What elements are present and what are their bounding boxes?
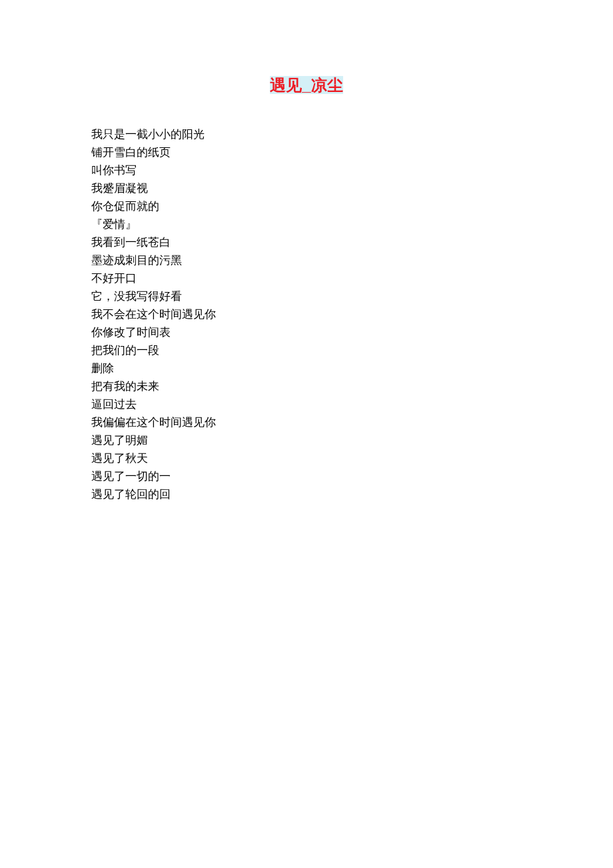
poem-line: 它，没我写得好看 [91, 287, 522, 305]
page-container: 遇见_凉尘 我只是一截小小的阳光 铺开雪白的纸页 叫你书写 我蹙眉凝视 你仓促而… [0, 0, 613, 503]
poem-line: 遇见了明媚 [91, 431, 522, 449]
poem-line: 逼回过去 [91, 395, 522, 413]
title-part1: 遇见 [270, 76, 302, 94]
poem-line: 『爱情』 [91, 215, 522, 233]
poem-line: 删除 [91, 359, 522, 377]
poem-line: 我蹙眉凝视 [91, 179, 522, 197]
document-title: 遇见_凉尘 [91, 75, 522, 96]
poem-line: 我只是一截小小的阳光 [91, 125, 522, 143]
poem-line: 你仓促而就的 [91, 197, 522, 215]
poem-line: 叫你书写 [91, 161, 522, 179]
poem-line: 不好开口 [91, 269, 522, 287]
poem-line: 把我们的一段 [91, 341, 522, 359]
poem-line: 遇见了一切的一 [91, 467, 522, 485]
poem-content: 我只是一截小小的阳光 铺开雪白的纸页 叫你书写 我蹙眉凝视 你仓促而就的 『爱情… [91, 125, 522, 503]
poem-line: 我看到一纸苍白 [91, 233, 522, 251]
poem-line: 我偏偏在这个时间遇见你 [91, 413, 522, 431]
poem-line: 把有我的未来 [91, 377, 522, 395]
poem-line: 铺开雪白的纸页 [91, 143, 522, 161]
poem-line: 墨迹成刺目的污黑 [91, 251, 522, 269]
poem-line: 你修改了时间表 [91, 323, 522, 341]
title-part2: 凉尘 [311, 76, 343, 94]
poem-line: 我不会在这个时间遇见你 [91, 305, 522, 323]
title-separator: _ [302, 76, 310, 94]
poem-line: 遇见了轮回的回 [91, 485, 522, 503]
poem-line: 遇见了秋天 [91, 449, 522, 467]
